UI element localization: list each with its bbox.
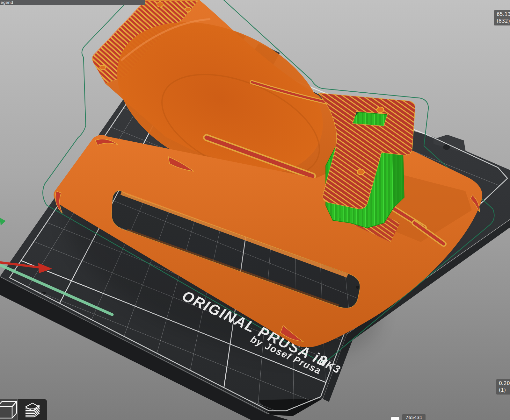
sliced-preview-button[interactable]	[18, 399, 47, 420]
layer-height-value: 65.13	[497, 11, 510, 18]
layers-stack-icon	[23, 400, 42, 419]
move-count: 765431	[405, 415, 422, 420]
layer-height-value: 0.20	[499, 380, 510, 387]
layer-number: (832)	[497, 18, 510, 25]
cube-3d-icon	[0, 399, 17, 420]
layer-number: (1)	[499, 387, 510, 394]
gcode-preview-canvas[interactable]: ORIGINAL PRUSA i3 MK3 by Josef Prusa	[0, 0, 510, 420]
legend-panel-header: egend	[0, 0, 145, 5]
editor-view-button[interactable]	[0, 399, 17, 420]
legend-title: egend	[1, 0, 13, 5]
move-slider-handle[interactable]	[391, 417, 399, 420]
layer-slider-lower-tooltip: 0.20 (1)	[496, 379, 510, 395]
slicer-preview-window: ORIGINAL PRUSA i3 MK3 by Josef Prusa	[0, 0, 510, 420]
layer-slider-upper-tooltip: 65.13 (832)	[494, 10, 510, 25]
view-mode-toolbar	[0, 399, 47, 420]
move-slider-tooltip: 765431	[402, 414, 426, 420]
